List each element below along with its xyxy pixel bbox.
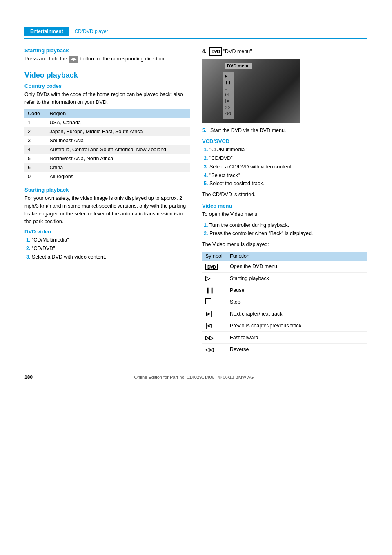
- step5-num: 5.: [202, 128, 206, 133]
- dvd-video-heading: DVD video: [24, 228, 190, 235]
- table-row: Australia, Central and South America, Ne…: [46, 145, 190, 154]
- ff-text2: button for the corresponding direction.: [80, 56, 166, 62]
- step4-label: "DVD menu": [223, 49, 252, 54]
- table-row: 6: [24, 163, 46, 172]
- list-item: 4. "Select track": [202, 172, 368, 179]
- video-menu-intro: To open the Video menu:: [202, 210, 368, 218]
- fast-forward-heading: Starting playback: [24, 47, 190, 54]
- symbol-table: Symbol Function DVDOpen the DVD menu▷Sta…: [202, 252, 368, 355]
- country-codes-description: Only DVDs with the code of the home regi…: [24, 91, 190, 106]
- dvd-menu-label: DVD menu: [225, 63, 252, 69]
- dvd-steps-list: 1. "CD/Multimedia"2. "CD/DVD"3. Select a…: [24, 236, 190, 261]
- ff-text1: Press and hold the: [24, 56, 67, 62]
- page-number: 180: [24, 374, 33, 380]
- video-playback-heading: Video playback: [24, 71, 190, 80]
- starting-playback-section: Starting playback For your own safety, t…: [24, 187, 190, 225]
- step5-label: Start the DVD via the DVD menu.: [210, 128, 286, 133]
- table-header-region: Region: [46, 109, 190, 118]
- list-item: 3. Select a CD/DVD with video content.: [202, 163, 368, 171]
- table-row: All regions: [46, 172, 190, 181]
- list-item: 1. "CD/Multimedia": [202, 146, 368, 154]
- table-row: USA, Canada: [46, 118, 190, 127]
- table-row: 4: [24, 145, 46, 154]
- step4-text: 4. DVD "DVD menu": [202, 47, 368, 56]
- symbol-cell: ▷▷: [202, 331, 227, 343]
- table-row: 2: [24, 127, 46, 136]
- starting-playback-heading: Starting playback: [24, 187, 190, 193]
- list-item: 1. Turn the controller during playback.: [202, 222, 368, 229]
- symbol-cell: ⊳|: [202, 308, 227, 320]
- symbol-cell: ◁◁: [202, 343, 227, 355]
- symbol-cell: ❙❙: [202, 284, 227, 296]
- function-cell: Stop: [227, 296, 368, 308]
- table-row: 3: [24, 136, 46, 145]
- main-content: Starting playback Press and hold the ◀▶ …: [24, 47, 368, 358]
- step5-text: 5. Start the DVD via the DVD menu.: [202, 127, 368, 134]
- dvd-logo-step4: DVD: [209, 47, 222, 56]
- table-row: China: [46, 163, 190, 172]
- fast-forward-section: Starting playback Press and hold the ◀▶ …: [24, 47, 190, 63]
- list-item: 1. "CD/Multimedia": [24, 236, 190, 244]
- video-menu-heading: Video menu: [202, 203, 368, 209]
- dvd-video-section: DVD video 1. "CD/Multimedia"2. "CD/DVD"3…: [24, 228, 190, 261]
- country-codes-table: Code Region 1USA, Canada2Japan, Europe, …: [24, 109, 190, 181]
- right-column: 4. DVD "DVD menu" DVD menu ▶❙❙□⊳||⊲▷▷◁◁ …: [202, 47, 368, 358]
- list-item: 2. Press the controller when "Back" is d…: [202, 230, 368, 237]
- left-column: Starting playback Press and hold the ◀▶ …: [24, 47, 190, 358]
- ff-button-icon: ◀▶: [69, 56, 78, 63]
- cd-dvd-started: The CD/DVD is started.: [202, 191, 368, 199]
- list-item: 5. Select the desired track.: [202, 180, 368, 188]
- dvd-screenshot: DVD menu ▶❙❙□⊳||⊲▷▷◁◁: [202, 59, 300, 123]
- header-tab-entertainment: Entertainment: [24, 27, 69, 36]
- table-row: 5: [24, 154, 46, 163]
- symbol-cell: ▷: [202, 272, 227, 284]
- list-item: 3. Select a DVD with video content.: [24, 253, 190, 261]
- symbol-cell: [202, 296, 227, 308]
- starting-playback-text: For your own safety, the video image is …: [24, 195, 190, 225]
- dvd-menu-items: ▶❙❙□⊳||⊲▷▷◁◁: [223, 72, 234, 119]
- table-row: 0: [24, 172, 46, 181]
- vcd-svcd-heading: VCD/SVCD: [202, 138, 368, 144]
- step4-num: 4.: [202, 49, 206, 54]
- table-row: Northwest Asia, North Africa: [46, 154, 190, 163]
- list-item: 2. "CD/DVD": [202, 154, 368, 162]
- video-menu-displayed: The Video menu is displayed:: [202, 241, 368, 248]
- video-menu-steps-list: 1. Turn the controller during playback.2…: [202, 222, 368, 238]
- table-row: 1: [24, 118, 46, 127]
- function-header: Function: [227, 252, 368, 261]
- country-codes-heading: Country codes: [24, 83, 190, 89]
- function-cell: Previous chapter/previous track: [227, 320, 368, 331]
- table-row: Japan, Europe, Middle East, South Africa: [46, 127, 190, 136]
- function-cell: Next chapter/next track: [227, 308, 368, 320]
- vcd-steps-list: 1. "CD/Multimedia"2. "CD/DVD"3. Select a…: [202, 146, 368, 188]
- header-tab-cddvd: CD/DVD player: [69, 27, 114, 36]
- symbol-header: Symbol: [202, 252, 227, 261]
- footer-text: Online Edition for Part no. 01402911406 …: [33, 375, 355, 380]
- table-row: Southeast Asia: [46, 136, 190, 145]
- step4-section: 4. DVD "DVD menu" DVD menu ▶❙❙□⊳||⊲▷▷◁◁: [202, 47, 368, 123]
- table-header-code: Code: [24, 109, 46, 118]
- video-menu-section: Video menu To open the Video menu: 1. Tu…: [202, 203, 368, 355]
- fast-forward-text: Press and hold the ◀▶ button for the cor…: [24, 55, 190, 63]
- function-cell: Starting playback: [227, 272, 368, 284]
- list-item: 2. "CD/DVD": [24, 245, 190, 253]
- function-cell: Open the DVD menu: [227, 261, 368, 273]
- header-bar: Entertainment CD/DVD player: [24, 25, 368, 39]
- vcd-svcd-section: VCD/SVCD 1. "CD/Multimedia"2. "CD/DVD"3.…: [202, 138, 368, 199]
- country-codes-section: Country codes Only DVDs with the code of…: [24, 83, 190, 181]
- symbol-cell: DVD: [202, 261, 227, 273]
- function-cell: Pause: [227, 284, 368, 296]
- symbol-cell: |⊲: [202, 320, 227, 331]
- function-cell: Reverse: [227, 343, 368, 355]
- function-cell: Fast forward: [227, 331, 368, 343]
